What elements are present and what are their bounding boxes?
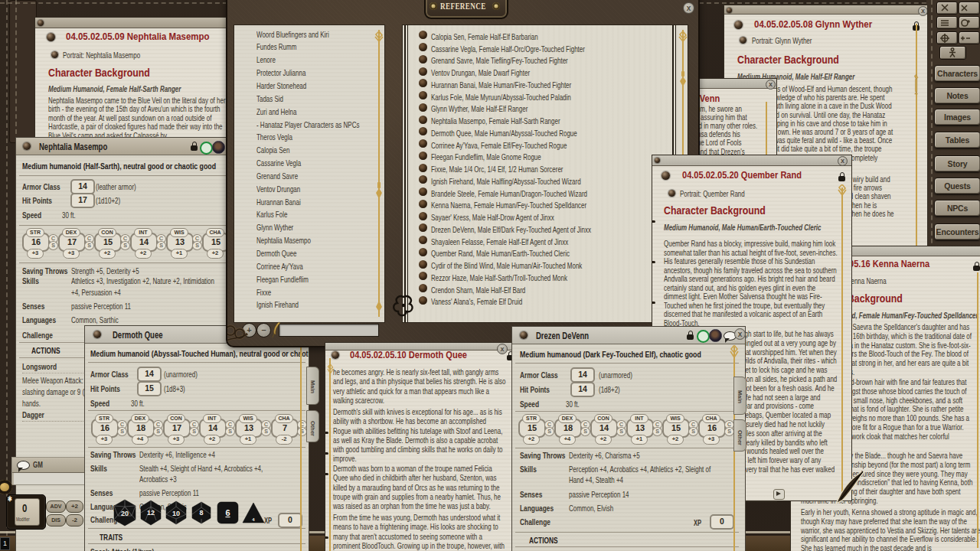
svg-text:20: 20 [121,510,129,517]
svg-text:8: 8 [199,509,203,517]
svg-text:10: 10 [172,510,180,517]
svg-text:6: 6 [225,508,230,517]
svg-text:12: 12 [147,509,155,517]
